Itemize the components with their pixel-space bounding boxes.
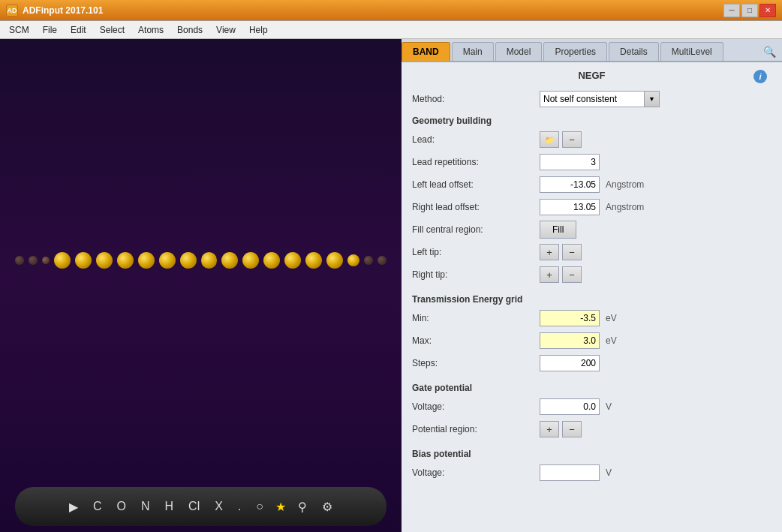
search-button[interactable]: ⚲ (295, 498, 310, 515)
lead-minus-button[interactable]: − (562, 131, 582, 148)
atom-h-button[interactable]: H (162, 498, 177, 515)
transmission-energy-label: Transmission Energy grid (412, 294, 522, 305)
atom-8 (138, 252, 155, 269)
lead-controls: 📁 − (540, 131, 771, 148)
right-lead-offset-unit: Angstrom (606, 202, 644, 212)
atom-9 (159, 252, 176, 269)
close-button[interactable]: ✕ (759, 4, 776, 17)
right-panel: BAND Main Model Properties Details Multi… (402, 39, 782, 532)
atom-11 (201, 252, 218, 269)
steps-row: Steps: (412, 354, 771, 372)
left-lead-offset-label: Left lead offset: (412, 179, 540, 190)
method-select[interactable] (540, 91, 645, 107)
tab-main[interactable]: Main (452, 42, 494, 61)
method-select-wrapper: ▼ (540, 91, 660, 107)
geometry-building-label: Geometry building (412, 116, 492, 126)
atom-10 (180, 252, 197, 269)
potential-region-add-button[interactable]: + (540, 421, 559, 437)
atom-circle-button[interactable]: ○ (253, 498, 266, 515)
right-tip-minus-button[interactable]: − (562, 266, 582, 283)
tabs-bar: BAND Main Model Properties Details Multi… (402, 39, 782, 62)
left-lead-offset-input[interactable] (540, 176, 600, 193)
maximize-button[interactable]: □ (741, 4, 758, 17)
info-icon[interactable]: i (753, 70, 767, 83)
menu-select[interactable]: Select (94, 23, 131, 38)
right-lead-offset-input[interactable] (540, 199, 600, 215)
gate-potential-section: Gate potential (412, 383, 771, 393)
menu-help[interactable]: Help (243, 23, 274, 38)
atom-cl-button[interactable]: Cl (185, 498, 203, 515)
lead-repetitions-label: Lead repetitions: (412, 157, 540, 167)
lead-repetitions-row: Lead repetitions: (412, 153, 771, 171)
method-dropdown-button[interactable]: ▼ (645, 91, 660, 107)
menu-edit[interactable]: Edit (65, 23, 92, 38)
atom-c-button[interactable]: C (90, 498, 105, 515)
left-tip-label: Left tip: (412, 247, 540, 257)
atom-dot-button[interactable]: . (235, 498, 244, 515)
fill-central-region-controls: Fill (540, 221, 771, 239)
atom-3 (42, 257, 50, 264)
method-row: Method: ▼ (412, 90, 771, 108)
atom-17 (326, 252, 343, 269)
left-tip-add-button[interactable]: + (540, 244, 559, 260)
menu-view[interactable]: View (210, 23, 242, 38)
atom-n-button[interactable]: N (138, 498, 153, 515)
tab-band[interactable]: BAND (402, 42, 450, 61)
bias-voltage-unit: V (606, 467, 612, 478)
menu-bar: SCM File Edit Select Atoms Bonds View He… (0, 21, 782, 39)
gate-voltage-unit: V (606, 401, 612, 412)
atom-4 (54, 252, 71, 269)
fill-button[interactable]: Fill (540, 221, 576, 239)
menu-file[interactable]: File (37, 23, 63, 38)
window-controls: ─ □ ✕ (723, 4, 776, 17)
atom-1 (15, 256, 24, 265)
min-row: Min: eV (412, 309, 771, 327)
min-label: Min: (412, 313, 540, 323)
max-row: Max: eV (412, 332, 771, 350)
atom-19 (364, 256, 373, 265)
steps-label: Steps: (412, 358, 540, 368)
menu-bonds[interactable]: Bonds (171, 23, 209, 38)
atom-o-button[interactable]: O (114, 498, 129, 515)
tab-details[interactable]: Details (609, 42, 659, 61)
panel-content: NEGF i Method: ▼ Geometry building Lead: (402, 62, 782, 532)
tab-properties[interactable]: Properties (543, 42, 607, 61)
bias-voltage-input[interactable] (540, 464, 600, 481)
min-input[interactable] (540, 310, 600, 326)
title-bar: AD ADFinput 2017.101 ─ □ ✕ (0, 0, 782, 21)
gate-voltage-row: Voltage: V (412, 398, 771, 416)
atom-14 (263, 252, 280, 269)
steps-controls (540, 355, 771, 371)
lead-label: Lead: (412, 134, 540, 145)
settings-button[interactable]: ⚙ (319, 498, 335, 515)
lead-repetitions-input[interactable] (540, 154, 600, 170)
geometry-building-section: Geometry building (412, 116, 771, 126)
star-button[interactable]: ★ (275, 500, 286, 514)
main-layout: ▶ C O N H Cl X . ○ ★ ⚲ ⚙ BAND Main Model… (0, 39, 782, 532)
gate-voltage-input[interactable] (540, 398, 600, 415)
atom-x-button[interactable]: X (212, 498, 226, 515)
left-lead-offset-controls: Angstrom (540, 176, 771, 193)
potential-region-row: Potential region: + − (412, 420, 771, 438)
tab-model[interactable]: Model (495, 42, 543, 61)
potential-region-minus-button[interactable]: − (562, 421, 582, 437)
right-tip-add-button[interactable]: + (540, 266, 559, 283)
left-tip-minus-button[interactable]: − (562, 244, 582, 260)
tab-multilevel[interactable]: MultiLevel (660, 42, 723, 61)
min-unit: eV (606, 313, 617, 323)
bias-voltage-controls: V (540, 464, 771, 481)
lead-file-button[interactable]: 📁 (540, 131, 559, 148)
right-lead-offset-label: Right lead offset: (412, 202, 540, 212)
search-icon[interactable]: 🔍 (757, 43, 782, 61)
atom-12 (221, 252, 238, 269)
viewport-toolbar: ▶ C O N H Cl X . ○ ★ ⚲ ⚙ (15, 487, 386, 526)
transmission-energy-section: Transmission Energy grid (412, 294, 771, 305)
atom-15 (284, 252, 301, 269)
max-input[interactable] (540, 332, 600, 349)
menu-scm[interactable]: SCM (3, 23, 35, 38)
menu-atoms[interactable]: Atoms (132, 23, 170, 38)
steps-input[interactable] (540, 355, 600, 371)
minimize-button[interactable]: ─ (723, 4, 740, 17)
atoms-row (0, 252, 402, 269)
play-button[interactable]: ▶ (66, 498, 81, 515)
